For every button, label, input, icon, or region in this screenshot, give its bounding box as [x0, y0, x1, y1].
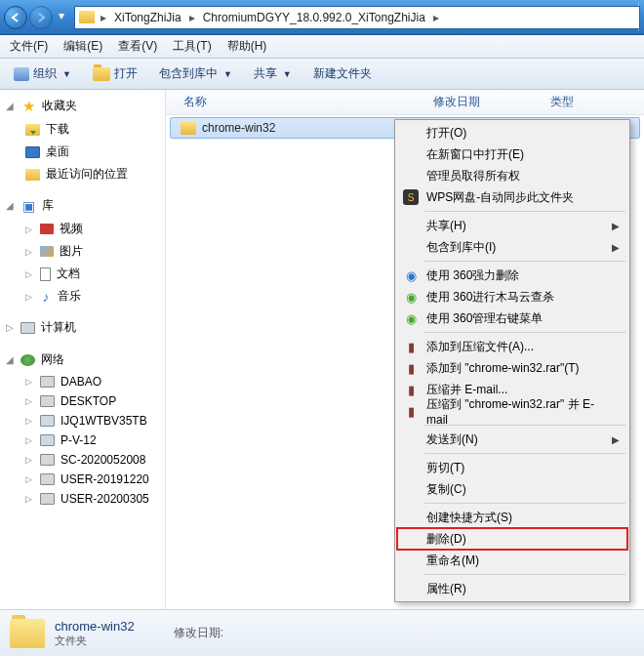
- chevron-right-icon: ▷: [25, 377, 34, 387]
- sidebar-item-label: 最近访问的位置: [46, 166, 128, 183]
- folder-icon: [181, 122, 196, 135]
- sidebar-item-pc[interactable]: ▷USER-20191220: [0, 470, 165, 489]
- ctx-label: 删除(D): [426, 531, 466, 548]
- ctx-label: 属性(R): [426, 581, 466, 597]
- toolbar-include[interactable]: 包含到库中 ▼: [153, 63, 238, 84]
- ctx-zip-rar-email[interactable]: ▮压缩到 "chrome-win32.rar" 并 E-mail: [397, 400, 627, 422]
- 360-shield-icon: ◉: [403, 289, 419, 305]
- sidebar-item-pc[interactable]: ▷USER-20200305: [0, 489, 165, 509]
- sidebar-item-pc[interactable]: ▷P-V-12: [0, 430, 165, 450]
- nav-buttons: ▾: [4, 6, 68, 29]
- ctx-add-archive[interactable]: ▮添加到压缩文件(A)...: [397, 336, 627, 357]
- rar-book-icon: ▮: [403, 360, 419, 376]
- ctx-copy[interactable]: 复制(C): [397, 478, 627, 500]
- column-type[interactable]: 类型: [543, 94, 582, 110]
- sidebar-item-music[interactable]: ▷♪音乐: [0, 285, 165, 308]
- menu-tools[interactable]: 工具(T): [167, 36, 217, 57]
- nav-history-dropdown[interactable]: ▾: [55, 6, 68, 25]
- ctx-share[interactable]: 共享(H)▶: [397, 215, 627, 236]
- status-name: chrome-win32: [55, 619, 135, 634]
- ctx-360-menu[interactable]: ◉使用 360管理右键菜单: [397, 308, 627, 329]
- sidebar-item-recent[interactable]: 最近访问的位置: [0, 163, 165, 185]
- ctx-separator: [424, 574, 625, 575]
- column-date[interactable]: 修改日期: [425, 94, 543, 110]
- chevron-right-icon: ▷: [25, 247, 34, 257]
- ctx-admin-ownership[interactable]: 管理员取得所有权: [397, 165, 627, 186]
- ctx-open-new-window[interactable]: 在新窗口中打开(E): [397, 144, 627, 165]
- breadcrumb-seg-1[interactable]: XiTongZhiJia: [110, 11, 185, 24]
- column-name[interactable]: 名称: [176, 94, 425, 110]
- sidebar-item-downloads[interactable]: 下载: [0, 118, 165, 141]
- ctx-label: 使用 360管理右键菜单: [426, 310, 543, 327]
- status-text: chrome-win32 文件夹: [55, 619, 135, 648]
- sidebar-item-desktop[interactable]: 桌面: [0, 141, 165, 163]
- expand-icon: ◢: [6, 354, 15, 365]
- star-icon: ★: [20, 99, 36, 114]
- ctx-360-scan[interactable]: ◉使用 360进行木马云查杀: [397, 286, 627, 308]
- chevron-icon: ▸: [189, 11, 195, 24]
- menubar: 文件(F) 编辑(E) 查看(V) 工具(T) 帮助(H): [0, 35, 644, 59]
- ctx-shortcut[interactable]: 创建快捷方式(S): [397, 507, 627, 528]
- pc-icon: [40, 434, 55, 446]
- ctx-separator: [424, 332, 625, 333]
- ctx-open[interactable]: 打开(O): [397, 122, 627, 144]
- sidebar-item-pc[interactable]: ▷DESKTOP: [0, 391, 165, 411]
- ctx-send-to[interactable]: 发送到(N)▶: [397, 429, 627, 450]
- ctx-delete[interactable]: 删除(D): [397, 528, 627, 550]
- submenu-arrow-icon: ▶: [612, 242, 620, 253]
- chevron-down-icon: ▼: [223, 69, 232, 79]
- ctx-add-rar[interactable]: ▮添加到 "chrome-win32.rar"(T): [397, 357, 627, 379]
- sidebar-favorites-label: 收藏夹: [42, 98, 77, 114]
- folder-large-icon: [10, 619, 45, 648]
- ctx-label: 打开(O): [426, 125, 466, 142]
- sidebar-item-pc[interactable]: ▷SC-2020052008: [0, 450, 165, 470]
- sidebar-item-pc[interactable]: ▷DABAO: [0, 372, 165, 391]
- menu-file[interactable]: 文件(F): [4, 36, 54, 57]
- pc-icon: [40, 454, 55, 466]
- breadcrumb-seg-2[interactable]: ChromiumDGYY_18.0.992.0_XiTongZhiJia: [199, 11, 429, 24]
- toolbar-newfolder[interactable]: 新建文件夹: [307, 63, 378, 84]
- sidebar-computer[interactable]: ▷ 计算机: [0, 315, 165, 340]
- chevron-right-icon: ▷: [25, 396, 34, 406]
- ctx-label: 包含到库中(I): [426, 239, 496, 256]
- sidebar-item-label: DABAO: [60, 375, 101, 389]
- toolbar-organize-label: 组织: [33, 65, 57, 82]
- sidebar-item-pictures[interactable]: ▷图片: [0, 240, 165, 263]
- sidebar-item-videos[interactable]: ▷视频: [0, 218, 165, 240]
- ctx-label: 共享(H): [426, 218, 466, 234]
- submenu-arrow-icon: ▶: [612, 434, 620, 445]
- pc-icon: [40, 415, 55, 427]
- open-folder-icon: [93, 67, 110, 81]
- toolbar-organize[interactable]: 组织 ▼: [8, 63, 77, 84]
- folder-icon: [79, 11, 95, 23]
- nav-forward-button[interactable]: [29, 6, 53, 29]
- ctx-cut[interactable]: 剪切(T): [397, 457, 627, 478]
- file-list: 名称 修改日期 类型 chrome-win32 2020/5/29 9:24 文…: [166, 90, 644, 609]
- toolbar-include-label: 包含到库中: [159, 65, 218, 82]
- ctx-properties[interactable]: 属性(R): [397, 578, 627, 599]
- sidebar-network[interactable]: ◢ 网络: [0, 348, 165, 372]
- ctx-include-library[interactable]: 包含到库中(I)▶: [397, 236, 627, 258]
- ctx-label: 添加到压缩文件(A)...: [426, 339, 534, 355]
- organize-icon: [14, 67, 29, 81]
- chevron-icon: ▸: [101, 11, 106, 24]
- ctx-label: 复制(C): [426, 481, 466, 498]
- nav-back-button[interactable]: [4, 6, 27, 29]
- menu-edit[interactable]: 编辑(E): [58, 36, 108, 57]
- menu-help[interactable]: 帮助(H): [221, 36, 273, 57]
- ctx-wps-sync[interactable]: SWPS网盘-自动同步此文件夹: [397, 186, 627, 208]
- download-icon: [25, 124, 40, 136]
- toolbar-open[interactable]: 打开: [87, 63, 143, 84]
- ctx-rename[interactable]: 重命名(M): [397, 550, 627, 571]
- toolbar-share[interactable]: 共享 ▼: [248, 63, 298, 84]
- sidebar-item-label: 图片: [60, 243, 83, 260]
- menu-view[interactable]: 查看(V): [112, 36, 163, 57]
- pc-icon: [40, 376, 55, 388]
- ctx-360-delete[interactable]: ◉使用 360强力删除: [397, 265, 627, 286]
- sidebar-item-pc[interactable]: ▷IJQ1WTBV35TB: [0, 411, 165, 430]
- sidebar-item-documents[interactable]: ▷文档: [0, 263, 165, 285]
- sidebar-libraries[interactable]: ◢ ▣ 库: [0, 193, 165, 218]
- sidebar-favorites[interactable]: ◢ ★ 收藏夹: [0, 94, 165, 118]
- ctx-separator: [424, 261, 625, 262]
- address-bar[interactable]: ▸ XiTongZhiJia ▸ ChromiumDGYY_18.0.992.0…: [74, 6, 640, 29]
